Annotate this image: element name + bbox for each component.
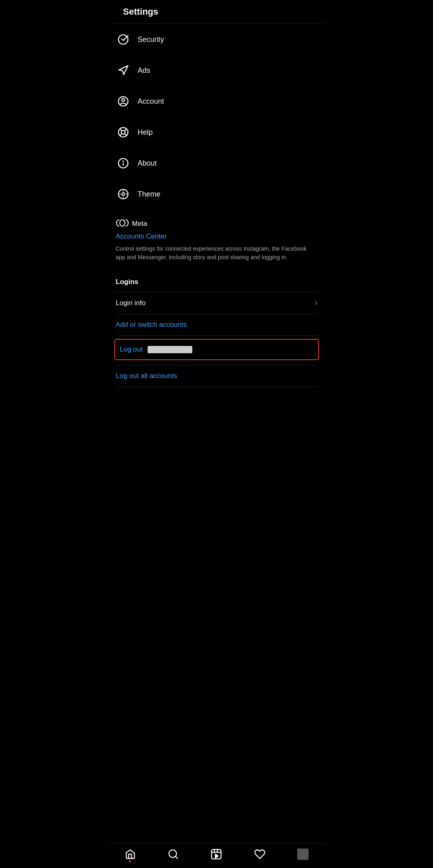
settings-menu: Security Ads Account bbox=[109, 24, 325, 210]
nav-likes[interactable] bbox=[254, 848, 265, 860]
nav-search[interactable] bbox=[168, 848, 179, 860]
logout-username-blur bbox=[148, 346, 192, 353]
about-label: About bbox=[138, 159, 157, 168]
search-icon bbox=[168, 848, 179, 860]
nav-profile[interactable] bbox=[297, 848, 309, 860]
theme-label: Theme bbox=[138, 190, 161, 199]
page-title: Settings bbox=[123, 7, 159, 17]
home-active-dot bbox=[129, 860, 131, 862]
login-info-label: Login info bbox=[116, 299, 146, 307]
chevron-right-icon: › bbox=[315, 299, 318, 307]
help-label: Help bbox=[138, 128, 153, 137]
ads-label: Ads bbox=[138, 66, 150, 75]
logout-label: Log out bbox=[120, 345, 143, 354]
reels-icon bbox=[211, 848, 222, 860]
security-label: Security bbox=[138, 35, 164, 44]
svg-point-13 bbox=[122, 193, 124, 196]
svg-point-0 bbox=[118, 35, 128, 44]
logout-row-wrapper: Log out bbox=[116, 335, 318, 363]
meta-description: Control settings for connected experienc… bbox=[116, 245, 318, 262]
svg-line-6 bbox=[124, 133, 126, 136]
nav-reels[interactable] bbox=[211, 848, 222, 860]
meta-section: Meta Accounts Center Control settings fo… bbox=[109, 210, 325, 274]
help-icon bbox=[116, 125, 131, 140]
account-label: Account bbox=[138, 97, 164, 106]
security-icon bbox=[116, 32, 131, 47]
sidebar-item-account[interactable]: Account bbox=[109, 86, 325, 117]
logout-row[interactable]: Log out bbox=[114, 339, 319, 360]
meta-logo-icon bbox=[116, 219, 129, 228]
sidebar-item-theme[interactable]: Theme bbox=[109, 179, 325, 210]
sidebar-item-security[interactable]: Security bbox=[109, 24, 325, 55]
account-icon bbox=[116, 94, 131, 109]
ads-icon bbox=[116, 63, 131, 78]
bottom-navigation bbox=[109, 843, 325, 868]
home-icon bbox=[124, 848, 136, 860]
logins-section: Logins Login info › Add or switch accoun… bbox=[109, 274, 325, 391]
about-icon bbox=[116, 156, 131, 171]
heart-icon bbox=[254, 848, 265, 860]
login-info-row[interactable]: Login info › bbox=[116, 292, 318, 314]
svg-marker-28 bbox=[215, 854, 218, 858]
meta-logo-text: Meta bbox=[132, 220, 148, 228]
sidebar-item-ads[interactable]: Ads bbox=[109, 55, 325, 86]
theme-icon bbox=[116, 187, 131, 201]
nav-home[interactable] bbox=[124, 848, 136, 860]
svg-point-2 bbox=[122, 98, 124, 101]
svg-line-23 bbox=[176, 856, 178, 858]
settings-header: Settings bbox=[109, 0, 325, 24]
svg-line-5 bbox=[120, 129, 122, 131]
svg-line-7 bbox=[124, 129, 126, 131]
sidebar-item-about[interactable]: About bbox=[109, 148, 325, 179]
svg-line-8 bbox=[120, 133, 122, 136]
logout-all-link[interactable]: Log out all accounts bbox=[116, 365, 318, 387]
add-switch-accounts-link[interactable]: Add or switch accounts bbox=[116, 314, 318, 335]
meta-logo-row: Meta bbox=[116, 219, 318, 228]
logins-heading: Logins bbox=[116, 278, 318, 286]
accounts-center-link[interactable]: Accounts Center bbox=[116, 232, 318, 241]
profile-avatar bbox=[297, 848, 309, 860]
sidebar-item-help[interactable]: Help bbox=[109, 117, 325, 148]
